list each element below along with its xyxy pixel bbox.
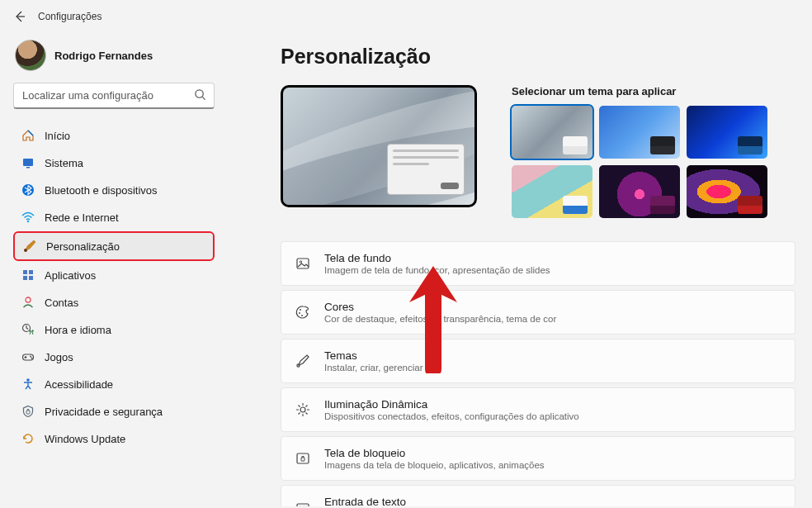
sidebar-item-acessibilidade[interactable]: Acessibilidade (13, 371, 215, 397)
sidebar-item-sistema[interactable]: Sistema (13, 150, 215, 176)
setting-title: Temas (324, 349, 781, 362)
accessibility-icon (21, 377, 35, 391)
palette-icon (295, 304, 311, 320)
svg-point-13 (30, 356, 31, 358)
svg-rect-8 (23, 276, 27, 280)
setting-desc: Imagem de tela de fundo, cor, apresentaç… (324, 265, 781, 275)
image-icon (295, 255, 311, 272)
sparkle-icon (295, 401, 311, 418)
svg-point-23 (300, 407, 305, 412)
theme-thumb-4[interactable] (512, 165, 592, 218)
system-icon (21, 156, 35, 169)
user-name: Rodrigo Fernandes (54, 50, 153, 62)
svg-rect-16 (26, 411, 30, 414)
apps-icon (21, 268, 35, 282)
svg-point-10 (26, 297, 31, 302)
avatar (15, 40, 46, 71)
search-icon (194, 88, 206, 101)
sidebar-item-label: Bluetooth e dispositivos (45, 184, 158, 197)
sidebar-item-update[interactable]: Windows Update (13, 425, 215, 452)
setting-desc: Instalar, criar, gerenciar (324, 363, 781, 373)
theme-thumb-1[interactable] (512, 106, 592, 159)
setting-row-entrada-texto[interactable]: Entrada de texto Teclado virtual, digita… (281, 485, 795, 506)
gaming-icon (21, 350, 35, 363)
sidebar-item-rede[interactable]: Rede e Internet (13, 204, 215, 230)
sidebar-item-label: Rede e Internet (45, 211, 119, 224)
svg-point-14 (31, 358, 33, 359)
svg-point-18 (300, 261, 301, 263)
user-block[interactable]: Rodrigo Fernandes (13, 36, 215, 83)
svg-rect-24 (297, 453, 309, 463)
brush-icon (23, 240, 36, 253)
sidebar-item-label: Personalização (46, 240, 120, 253)
setting-row-tela-bloqueio[interactable]: Tela de bloqueio Imagens da tela de bloq… (281, 436, 795, 481)
setting-text: Cores Cor de destaque, efeitos de transp… (324, 301, 781, 324)
sidebar-item-label: Jogos (45, 351, 73, 363)
svg-point-21 (301, 315, 303, 316)
theme-thumb-2[interactable] (599, 106, 680, 159)
preview-window (387, 144, 465, 195)
account-icon (21, 296, 35, 309)
back-button[interactable] (13, 10, 26, 23)
svg-rect-1 (23, 159, 33, 166)
svg-rect-6 (23, 270, 27, 274)
keyboard-icon (295, 499, 311, 506)
sidebar-item-contas[interactable]: Contas (13, 289, 215, 316)
theme-thumb-5[interactable] (599, 165, 680, 218)
svg-point-20 (299, 312, 300, 314)
update-icon (21, 432, 35, 445)
sidebar-item-label: Aplicativos (45, 269, 96, 282)
sidebar-item-jogos[interactable]: Jogos (13, 344, 215, 370)
svg-rect-25 (301, 458, 304, 461)
settings-list: Tela de fundo Imagem de tela de fundo, c… (281, 241, 795, 506)
setting-text: Tela de fundo Imagem de tela de fundo, c… (324, 252, 781, 275)
setting-text: Temas Instalar, criar, gerenciar (324, 349, 781, 373)
svg-rect-7 (29, 270, 33, 274)
hero-row: Selecionar um tema para aplicar (281, 85, 795, 218)
svg-point-19 (300, 309, 301, 311)
sidebar-item-inicio[interactable]: Início (13, 122, 215, 149)
search-input[interactable] (13, 83, 215, 109)
themes-col: Selecionar um tema para aplicar (512, 85, 767, 218)
sidebar-item-label: Início (45, 130, 70, 142)
setting-row-tela-de-fundo[interactable]: Tela de fundo Imagem de tela de fundo, c… (281, 241, 795, 286)
setting-text: Iluminação Dinâmica Dispositivos conecta… (324, 398, 781, 421)
setting-title: Iluminação Dinâmica (324, 398, 781, 411)
sidebar-item-label: Windows Update (45, 433, 125, 445)
themes-label: Selecionar um tema para aplicar (512, 85, 767, 97)
header: Configurações (0, 0, 812, 30)
setting-row-iluminacao[interactable]: Iluminação Dinâmica Dispositivos conecta… (281, 387, 795, 432)
page-title: Personalização (281, 45, 795, 69)
svg-point-15 (26, 378, 30, 382)
sidebar: Rodrigo Fernandes Início Sistema Bluetoo… (0, 30, 223, 506)
privacy-icon (21, 405, 35, 418)
brush2-icon (295, 353, 311, 369)
main: Personalização Selecionar um tema para a… (223, 30, 812, 506)
arrow-left-icon (13, 10, 26, 23)
setting-desc: Dispositivos conectados, efeitos, config… (324, 411, 781, 421)
setting-text: Tela de bloqueio Imagens da tela de bloq… (324, 447, 781, 470)
setting-title: Entrada de texto (324, 496, 781, 506)
home-icon (21, 129, 35, 142)
sidebar-item-personalizacao[interactable]: Personalização (13, 231, 215, 261)
setting-row-cores[interactable]: Cores Cor de destaque, efeitos de transp… (281, 290, 795, 335)
themes-grid (512, 106, 767, 218)
nav: Início Sistema Bluetooth e dispositivos … (13, 122, 215, 452)
sidebar-item-label: Contas (45, 297, 78, 309)
header-title: Configurações (38, 11, 102, 22)
sidebar-item-label: Acessibilidade (45, 378, 113, 391)
setting-title: Tela de bloqueio (324, 447, 781, 459)
theme-thumb-6[interactable] (687, 165, 767, 218)
setting-text: Entrada de texto Teclado virtual, digita… (324, 496, 781, 506)
svg-rect-9 (29, 276, 33, 280)
sidebar-item-hora-idioma[interactable]: Hora e idioma (13, 316, 215, 343)
sidebar-item-privacidade[interactable]: Privacidade e segurança (13, 398, 215, 425)
lockscreen-icon (295, 450, 311, 467)
setting-row-temas[interactable]: Temas Instalar, criar, gerenciar (281, 339, 795, 383)
svg-point-0 (196, 90, 203, 97)
theme-thumb-3[interactable] (687, 106, 767, 159)
sidebar-item-aplicativos[interactable]: Aplicativos (13, 262, 215, 288)
time-lang-icon (21, 323, 35, 336)
sidebar-item-bluetooth[interactable]: Bluetooth e dispositivos (13, 177, 215, 203)
svg-rect-2 (26, 167, 30, 169)
